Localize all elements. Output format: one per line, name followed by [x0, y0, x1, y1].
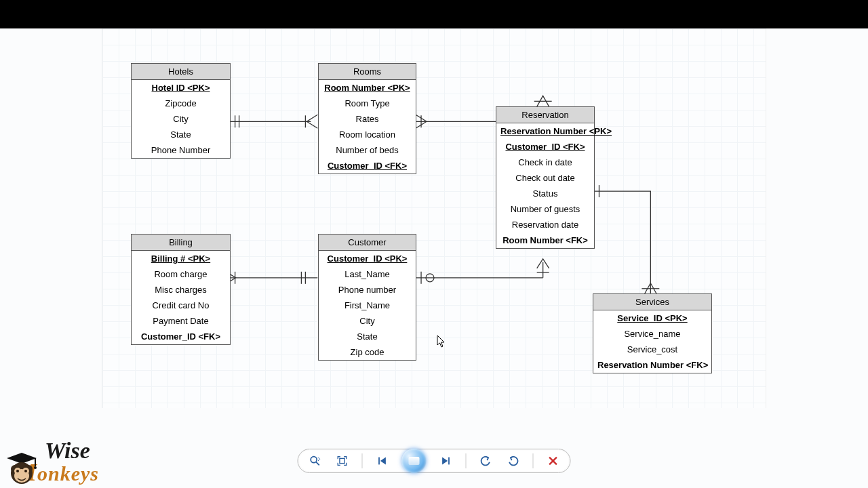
entity-billing[interactable]: Billing Billing # <PK>Room chargeMisc ch…: [131, 234, 231, 345]
entity-attribute: Number of beds: [319, 142, 416, 158]
svg-line-18: [316, 462, 319, 466]
next-button[interactable]: [439, 453, 454, 468]
toolbar-separator: [533, 453, 534, 468]
entity-body: Reservation Number <PK>Customer_ID <FK>C…: [496, 123, 594, 248]
entity-attribute: Customer_ID <FK>: [496, 139, 594, 155]
svg-rect-19: [340, 458, 344, 463]
close-button[interactable]: [546, 453, 561, 468]
entity-attribute: Service_cost: [593, 342, 711, 357]
entity-attribute: Misc charges: [132, 282, 230, 298]
entity-attribute: Room Type: [319, 96, 416, 111]
fit-button[interactable]: [335, 453, 350, 468]
entity-title: Services: [593, 294, 711, 310]
entity-hotels[interactable]: Hotels Hotel ID <PK>ZipcodeCityStatePhon…: [131, 63, 231, 159]
entity-body: Hotel ID <PK>ZipcodeCityStatePhone Numbe…: [132, 80, 230, 158]
entity-attribute: Room location: [319, 127, 416, 142]
top-black-bar: [0, 0, 868, 28]
svg-point-25: [34, 466, 37, 469]
player-toolbar: [298, 449, 571, 473]
entity-attribute: State: [319, 329, 416, 344]
entity-attribute: Last_Name: [319, 266, 416, 282]
diagram-canvas[interactable]: Hotels Hotel ID <PK>ZipcodeCityStatePhon…: [102, 28, 766, 408]
entity-title: Hotels: [132, 64, 230, 80]
entity-attribute: Reservation Number <FK>: [593, 357, 711, 373]
svg-rect-21: [448, 458, 450, 465]
entity-attribute: Zip code: [319, 344, 416, 360]
entity-attribute: Phone Number: [132, 142, 230, 158]
toolbar-separator: [362, 453, 363, 468]
logo-line2: onkeys: [37, 462, 99, 485]
zoom-button[interactable]: [308, 453, 323, 468]
mouse-cursor: [437, 335, 446, 348]
entity-attribute: Room charge: [132, 266, 230, 282]
entity-attribute: Customer_ID <FK>: [132, 329, 230, 344]
entity-attribute: City: [319, 313, 416, 329]
entity-rooms[interactable]: Rooms Room Number <PK>Room TypeRatesRoom…: [318, 63, 416, 174]
entity-attribute: Billing # <PK>: [132, 251, 230, 266]
entity-attribute: Service_ID <PK>: [593, 310, 711, 326]
entity-attribute: Check out date: [496, 170, 594, 186]
entity-attribute: Status: [496, 186, 594, 201]
monkey-icon: [3, 449, 41, 487]
entity-attribute: Hotel ID <PK>: [132, 80, 230, 96]
entity-attribute: Reservation date: [496, 217, 594, 232]
entity-title: Billing: [132, 235, 230, 251]
entity-body: Customer_ID <PK>Last_NamePhone numberFir…: [319, 251, 416, 360]
entity-attribute: Number of guests: [496, 201, 594, 217]
entity-attribute: Rates: [319, 111, 416, 127]
entity-services[interactable]: Services Service_ID <PK>Service_nameServ…: [593, 293, 712, 373]
entity-attribute: Phone number: [319, 282, 416, 298]
entity-attribute: Room Number <FK>: [496, 232, 594, 248]
viewport: Hotels Hotel ID <PK>ZipcodeCityStatePhon…: [0, 28, 868, 488]
watermark-text: Wise Monkeys: [45, 438, 99, 487]
entity-attribute: First_Name: [319, 298, 416, 313]
undo-button[interactable]: [479, 453, 494, 468]
entity-title: Rooms: [319, 64, 416, 80]
entity-attribute: State: [132, 127, 230, 142]
entity-title: Customer: [319, 235, 416, 251]
entity-body: Service_ID <PK>Service_nameService_costR…: [593, 310, 711, 373]
entity-body: Room Number <PK>Room TypeRatesRoom locat…: [319, 80, 416, 174]
entity-attribute: Service_name: [593, 326, 711, 342]
play-icon: [409, 457, 420, 465]
svg-point-17: [311, 457, 317, 463]
play-button[interactable]: [402, 449, 427, 473]
entity-attribute: Customer_ID <FK>: [319, 158, 416, 174]
svg-point-32: [16, 470, 19, 472]
entity-attribute: Customer_ID <PK>: [319, 251, 416, 266]
entity-body: Billing # <PK>Room chargeMisc chargesCre…: [132, 251, 230, 344]
entity-attribute: Reservation Number <PK>: [496, 123, 594, 139]
watermark-logo: Wise Monkeys: [3, 438, 99, 487]
entity-reservation[interactable]: Reservation Reservation Number <PK>Custo…: [496, 106, 595, 249]
redo-button[interactable]: [506, 453, 521, 468]
prev-button[interactable]: [375, 453, 390, 468]
entity-attribute: Check in date: [496, 155, 594, 170]
svg-rect-20: [378, 458, 380, 465]
svg-point-33: [24, 470, 27, 472]
toolbar-separator: [466, 453, 467, 468]
entity-attribute: Payment Date: [132, 313, 230, 329]
entity-attribute: Credit card No: [132, 298, 230, 313]
svg-point-12: [426, 274, 434, 282]
entity-attribute: Zipcode: [132, 96, 230, 111]
entity-customer[interactable]: Customer Customer_ID <PK>Last_NamePhone …: [318, 234, 416, 361]
entity-attribute: City: [132, 111, 230, 127]
entity-title: Reservation: [496, 107, 594, 123]
entity-attribute: Room Number <PK>: [319, 80, 416, 96]
